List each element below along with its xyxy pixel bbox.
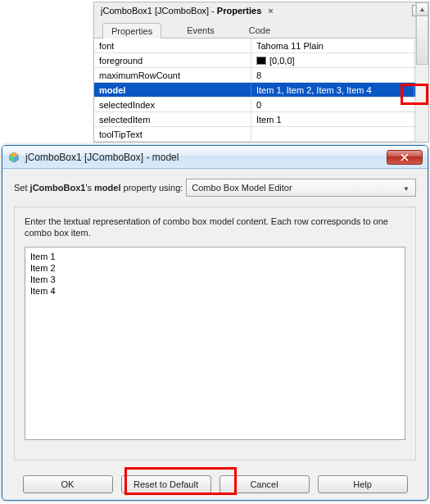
property-value: 0 bbox=[251, 98, 414, 111]
cancel-button[interactable]: Cancel bbox=[220, 475, 310, 493]
property-value bbox=[251, 127, 414, 141]
panel-titlebar: jComboBox1 [JComboBox] - Properties × bbox=[94, 2, 428, 19]
app-icon bbox=[7, 151, 20, 164]
tab-events[interactable]: Events bbox=[178, 22, 224, 38]
scroll-up-button[interactable]: ▲ bbox=[416, 2, 428, 16]
panel-title: jComboBox1 [JComboBox] - Properties bbox=[97, 6, 265, 16]
property-name: foreground bbox=[94, 53, 251, 67]
t: model bbox=[94, 183, 120, 193]
dialog-body: Set jComboBox1's model property using: C… bbox=[2, 169, 428, 467]
property-row[interactable]: font Tahoma 11 Plain … bbox=[94, 39, 428, 53]
set-property-line: Set jComboBox1's model property using: C… bbox=[14, 179, 416, 197]
chevron-down-icon: ▼ bbox=[401, 183, 412, 194]
scroll-thumb[interactable] bbox=[416, 16, 428, 65]
t: 's bbox=[85, 183, 94, 193]
property-row[interactable]: foreground [0,0,0] … bbox=[94, 53, 428, 68]
dialog-close-button[interactable] bbox=[387, 150, 423, 165]
panel-tabs: Properties Events Code bbox=[94, 19, 428, 39]
property-name: model bbox=[94, 83, 251, 97]
property-row[interactable]: selectedItem Item 1 … bbox=[94, 112, 428, 127]
set-text: Set jComboBox1's model property using: bbox=[14, 183, 183, 193]
panel-title-bold: Properties bbox=[217, 6, 261, 16]
property-row-selected[interactable]: model Item 1, Item 2, Item 3, Item 4 … bbox=[94, 83, 428, 98]
help-button[interactable]: Help bbox=[318, 475, 408, 493]
property-value: Item 1, Item 2, Item 3, Item 4 bbox=[251, 83, 414, 97]
t: property using: bbox=[120, 183, 183, 193]
properties-grid: font Tahoma 11 Plain … foreground [0,0,0… bbox=[94, 39, 428, 142]
property-value: [0,0,0] bbox=[251, 53, 414, 67]
property-name: maximumRowCount bbox=[94, 68, 251, 82]
editor-panel: Enter the textual representation of comb… bbox=[14, 207, 416, 461]
vertical-scrollbar[interactable]: ▲ bbox=[415, 2, 428, 142]
tab-code[interactable]: Code bbox=[240, 22, 279, 38]
reset-to-default-button[interactable]: Reset to Default bbox=[121, 475, 211, 493]
combo-value: Combo Box Model Editor bbox=[192, 183, 292, 193]
property-value: 8 bbox=[251, 68, 414, 82]
property-name: toolTipText bbox=[94, 127, 251, 141]
t: jComboBox1 bbox=[30, 183, 86, 193]
close-tab-icon[interactable]: × bbox=[268, 6, 273, 16]
editor-description: Enter the textual representation of comb… bbox=[25, 216, 405, 238]
property-value-text: [0,0,0] bbox=[269, 56, 295, 66]
property-value: Tahoma 11 Plain bbox=[251, 39, 414, 52]
color-swatch bbox=[256, 57, 266, 65]
model-items-textarea[interactable] bbox=[25, 247, 405, 440]
property-row[interactable]: maximumRowCount 8 … bbox=[94, 68, 428, 83]
property-value: Item 1 bbox=[251, 112, 414, 126]
editor-mode-combobox[interactable]: Combo Box Model Editor ▼ bbox=[186, 179, 416, 197]
t: Set bbox=[14, 183, 30, 193]
properties-panel: jComboBox1 [JComboBox] - Properties × Pr… bbox=[93, 2, 429, 143]
property-name: selectedItem bbox=[94, 112, 251, 126]
property-row[interactable]: selectedIndex 0 … bbox=[94, 98, 428, 112]
property-name: selectedIndex bbox=[94, 98, 251, 111]
property-row[interactable]: toolTipText … bbox=[94, 127, 428, 142]
dialog-button-row: OK Reset to Default Cancel Help bbox=[2, 467, 428, 501]
model-editor-dialog: jComboBox1 [JComboBox] - model Set jComb… bbox=[2, 145, 428, 501]
dialog-title: jComboBox1 [JComboBox] - model bbox=[25, 152, 179, 163]
panel-title-prefix: jComboBox1 [JComboBox] - bbox=[101, 6, 217, 16]
ok-button[interactable]: OK bbox=[23, 475, 113, 493]
property-name: font bbox=[94, 39, 251, 52]
tab-properties[interactable]: Properties bbox=[102, 23, 161, 39]
dialog-titlebar: jComboBox1 [JComboBox] - model bbox=[2, 146, 428, 169]
